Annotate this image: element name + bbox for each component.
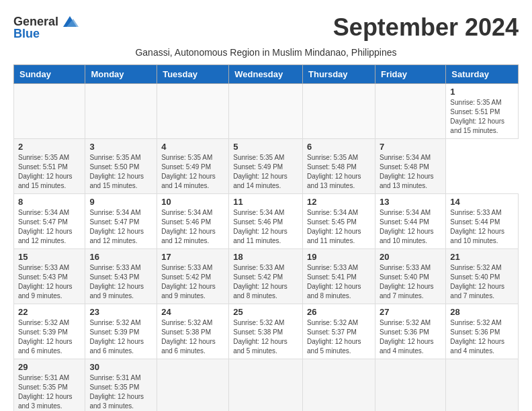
calendar-cell	[303, 84, 375, 139]
calendar-cell: 25Sunrise: 5:32 AMSunset: 5:38 PMDayligh…	[229, 304, 303, 359]
calendar-cell: 26Sunrise: 5:32 AMSunset: 5:37 PMDayligh…	[303, 304, 375, 359]
calendar-cell	[85, 84, 157, 139]
calendar-cell	[375, 84, 445, 139]
header-tuesday: Tuesday	[157, 65, 229, 84]
day-number: 24	[161, 307, 224, 317]
calendar-cell: 8Sunrise: 5:34 AMSunset: 5:47 PMDaylight…	[14, 194, 85, 249]
subtitle: Ganassi, Autonomous Region in Muslim Min…	[13, 47, 519, 58]
logo: General Blue	[13, 13, 80, 41]
calendar-cell: 16Sunrise: 5:33 AMSunset: 5:43 PMDayligh…	[85, 249, 157, 304]
week-row-1: 1Sunrise: 5:35 AMSunset: 5:51 PMDaylight…	[14, 84, 519, 139]
day-number: 14	[450, 197, 514, 207]
day-number: 2	[18, 142, 81, 152]
logo-icon	[60, 13, 80, 30]
calendar-cell	[375, 359, 445, 412]
day-info: Sunrise: 5:34 AMSunset: 5:48 PMDaylight:…	[380, 153, 441, 191]
calendar-cell: 28Sunrise: 5:32 AMSunset: 5:36 PMDayligh…	[446, 304, 519, 359]
day-number: 16	[89, 252, 152, 262]
calendar-cell: 13Sunrise: 5:34 AMSunset: 5:44 PMDayligh…	[375, 194, 445, 249]
day-number: 1	[450, 87, 514, 97]
week-row-4: 15Sunrise: 5:33 AMSunset: 5:43 PMDayligh…	[14, 249, 519, 304]
header-sunday: Sunday	[14, 65, 85, 84]
day-info: Sunrise: 5:33 AMSunset: 5:42 PMDaylight:…	[233, 263, 298, 301]
calendar-cell: 18Sunrise: 5:33 AMSunset: 5:42 PMDayligh…	[229, 249, 303, 304]
header-monday: Monday	[85, 65, 157, 84]
day-info: Sunrise: 5:33 AMSunset: 5:44 PMDaylight:…	[450, 208, 514, 246]
header-thursday: Thursday	[303, 65, 375, 84]
calendar-cell: 12Sunrise: 5:34 AMSunset: 5:45 PMDayligh…	[303, 194, 375, 249]
calendar-table: SundayMondayTuesdayWednesdayThursdayFrid…	[13, 64, 519, 411]
calendar-cell: 15Sunrise: 5:33 AMSunset: 5:43 PMDayligh…	[14, 249, 85, 304]
header-friday: Friday	[375, 65, 445, 84]
calendar-cell: 23Sunrise: 5:32 AMSunset: 5:39 PMDayligh…	[85, 304, 157, 359]
calendar-cell	[14, 84, 85, 139]
calendar-cell	[229, 359, 303, 412]
day-info: Sunrise: 5:32 AMSunset: 5:36 PMDaylight:…	[450, 318, 514, 356]
day-number: 10	[161, 197, 224, 207]
day-info: Sunrise: 5:32 AMSunset: 5:38 PMDaylight:…	[161, 318, 224, 356]
week-row-6: 29Sunrise: 5:31 AMSunset: 5:35 PMDayligh…	[14, 359, 519, 412]
day-info: Sunrise: 5:33 AMSunset: 5:41 PMDaylight:…	[307, 263, 371, 301]
calendar-cell: 11Sunrise: 5:34 AMSunset: 5:46 PMDayligh…	[229, 194, 303, 249]
calendar-cell	[229, 84, 303, 139]
calendar-cell: 3Sunrise: 5:35 AMSunset: 5:50 PMDaylight…	[85, 139, 157, 194]
day-number: 23	[89, 307, 152, 317]
day-number: 19	[307, 252, 371, 262]
header-row: SundayMondayTuesdayWednesdayThursdayFrid…	[14, 65, 519, 84]
day-number: 27	[380, 307, 441, 317]
calendar-cell: 24Sunrise: 5:32 AMSunset: 5:38 PMDayligh…	[157, 304, 229, 359]
day-number: 21	[450, 252, 514, 262]
day-number: 5	[233, 142, 298, 152]
week-row-5: 22Sunrise: 5:32 AMSunset: 5:39 PMDayligh…	[14, 304, 519, 359]
day-number: 6	[307, 142, 371, 152]
day-info: Sunrise: 5:34 AMSunset: 5:47 PMDaylight:…	[89, 208, 152, 246]
day-info: Sunrise: 5:34 AMSunset: 5:46 PMDaylight:…	[233, 208, 298, 246]
day-info: Sunrise: 5:34 AMSunset: 5:46 PMDaylight:…	[161, 208, 224, 246]
day-number: 9	[89, 197, 152, 207]
day-info: Sunrise: 5:35 AMSunset: 5:49 PMDaylight:…	[161, 153, 224, 191]
day-number: 22	[18, 307, 81, 317]
day-info: Sunrise: 5:33 AMSunset: 5:42 PMDaylight:…	[161, 263, 224, 301]
calendar-cell	[303, 359, 375, 412]
calendar-cell	[157, 359, 229, 412]
day-number: 13	[380, 197, 441, 207]
day-number: 7	[380, 142, 441, 152]
calendar-cell: 4Sunrise: 5:35 AMSunset: 5:49 PMDaylight…	[157, 139, 229, 194]
calendar-cell	[157, 84, 229, 139]
day-info: Sunrise: 5:32 AMSunset: 5:39 PMDaylight:…	[18, 318, 81, 356]
calendar-cell: 1Sunrise: 5:35 AMSunset: 5:51 PMDaylight…	[446, 84, 519, 139]
day-number: 17	[161, 252, 224, 262]
page-header: General Blue September 2024	[13, 13, 519, 42]
calendar-cell: 29Sunrise: 5:31 AMSunset: 5:35 PMDayligh…	[14, 359, 85, 412]
day-info: Sunrise: 5:33 AMSunset: 5:43 PMDaylight:…	[89, 263, 152, 301]
day-info: Sunrise: 5:35 AMSunset: 5:51 PMDaylight:…	[450, 98, 514, 136]
month-title: September 2024	[333, 13, 519, 42]
day-number: 8	[18, 197, 81, 207]
day-info: Sunrise: 5:31 AMSunset: 5:35 PMDaylight:…	[18, 373, 81, 411]
calendar-cell: 30Sunrise: 5:31 AMSunset: 5:35 PMDayligh…	[85, 359, 157, 412]
day-info: Sunrise: 5:31 AMSunset: 5:35 PMDaylight:…	[89, 373, 152, 411]
day-number: 28	[450, 307, 514, 317]
day-number: 29	[18, 362, 81, 372]
day-info: Sunrise: 5:32 AMSunset: 5:38 PMDaylight:…	[233, 318, 298, 356]
day-info: Sunrise: 5:35 AMSunset: 5:49 PMDaylight:…	[233, 153, 298, 191]
calendar-cell: 10Sunrise: 5:34 AMSunset: 5:46 PMDayligh…	[157, 194, 229, 249]
day-info: Sunrise: 5:33 AMSunset: 5:40 PMDaylight:…	[380, 263, 441, 301]
header-saturday: Saturday	[446, 65, 519, 84]
day-number: 26	[307, 307, 371, 317]
day-info: Sunrise: 5:32 AMSunset: 5:40 PMDaylight:…	[450, 263, 514, 301]
day-info: Sunrise: 5:34 AMSunset: 5:44 PMDaylight:…	[380, 208, 441, 246]
day-info: Sunrise: 5:33 AMSunset: 5:43 PMDaylight:…	[18, 263, 81, 301]
calendar-cell: 27Sunrise: 5:32 AMSunset: 5:36 PMDayligh…	[375, 304, 445, 359]
day-number: 4	[161, 142, 224, 152]
day-number: 20	[380, 252, 441, 262]
day-info: Sunrise: 5:32 AMSunset: 5:39 PMDaylight:…	[89, 318, 152, 356]
day-info: Sunrise: 5:35 AMSunset: 5:51 PMDaylight:…	[18, 153, 81, 191]
day-number: 18	[233, 252, 298, 262]
day-info: Sunrise: 5:35 AMSunset: 5:50 PMDaylight:…	[89, 153, 152, 191]
calendar-cell: 17Sunrise: 5:33 AMSunset: 5:42 PMDayligh…	[157, 249, 229, 304]
calendar-cell: 14Sunrise: 5:33 AMSunset: 5:44 PMDayligh…	[446, 194, 519, 249]
day-number: 15	[18, 252, 81, 262]
day-info: Sunrise: 5:32 AMSunset: 5:37 PMDaylight:…	[307, 318, 371, 356]
week-row-3: 8Sunrise: 5:34 AMSunset: 5:47 PMDaylight…	[14, 194, 519, 249]
